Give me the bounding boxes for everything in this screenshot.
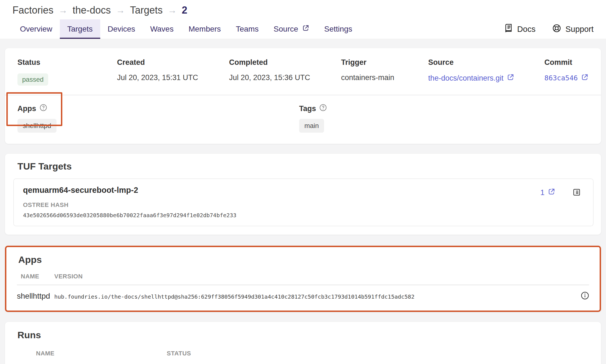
app-name: shellhttpd: [17, 292, 54, 301]
apps-col-name: NAME: [17, 273, 54, 280]
commit-link[interactable]: 863ca546: [545, 73, 589, 83]
app-chip-shellhttpd[interactable]: shellhttpd: [17, 119, 57, 133]
help-icon[interactable]: [319, 104, 327, 113]
tab-members[interactable]: Members: [181, 19, 228, 39]
ostree-hash-value: 43e5026566d06593de03205880be6b70022faaa6…: [23, 212, 237, 219]
tags-label: Tags: [299, 104, 316, 113]
breadcrumb-item-factory[interactable]: the-docs: [73, 4, 111, 16]
breadcrumb-item-targets[interactable]: Targets: [130, 4, 163, 16]
runs-card: Runs NAME STATUS + build-aarch64 passed …: [5, 322, 601, 364]
commit-label: Commit: [545, 58, 589, 67]
tab-source[interactable]: Source: [266, 19, 317, 39]
created-label: Created: [117, 58, 229, 67]
status-badge: passed: [17, 73, 48, 86]
breadcrumb: Factories → the-docs → Targets → 2: [0, 0, 606, 19]
tuf-target-name: qemuarm64-secureboot-lmp-2: [23, 186, 237, 195]
top-bar: Factories → the-docs → Targets → 2 Overv…: [0, 0, 606, 39]
source-label: Source: [428, 58, 544, 67]
apps-tags-row: Apps shellhttpd Tags main: [5, 96, 601, 144]
apps-col-version: VERSION: [54, 273, 83, 280]
external-link-icon: [302, 24, 309, 34]
info-icon: [581, 296, 589, 301]
tuf-target-version-link[interactable]: 1: [540, 188, 555, 197]
tab-devices[interactable]: Devices: [100, 19, 143, 39]
trigger-label: Trigger: [341, 58, 428, 67]
target-summary-card: Status passed Created Jul 20, 2023, 15:3…: [5, 48, 601, 144]
apps-card: Apps NAME VERSION shellhttpd hub.foundri…: [5, 246, 601, 312]
app-table-row: shellhttpd hub.foundries.io/the-docs/she…: [17, 285, 589, 304]
docs-link[interactable]: Docs: [504, 24, 535, 35]
support-link[interactable]: Support: [552, 24, 594, 35]
tag-chip-main[interactable]: main: [299, 119, 324, 133]
completed-label: Completed: [229, 58, 341, 67]
tab-settings[interactable]: Settings: [317, 19, 360, 39]
header-actions: Docs Support: [504, 19, 594, 39]
target-summary-row: Status passed Created Jul 20, 2023, 15:3…: [5, 48, 601, 94]
breadcrumb-arrow-icon: →: [58, 5, 68, 16]
tab-targets[interactable]: Targets: [60, 19, 100, 39]
tab-teams[interactable]: Teams: [228, 19, 266, 39]
breadcrumb-arrow-icon: →: [116, 5, 125, 16]
ostree-hash-label: OSTREE HASH: [23, 201, 237, 209]
runs-col-name: NAME: [36, 350, 167, 357]
status-label: Status: [17, 58, 117, 67]
external-link-icon: [507, 73, 514, 83]
breadcrumb-arrow-icon: →: [168, 5, 177, 16]
source-repo-link[interactable]: the-docs/containers.git: [428, 73, 514, 83]
runs-card-title: Runs: [17, 330, 589, 340]
target-details-button[interactable]: [572, 188, 581, 197]
apps-card-title: Apps: [18, 254, 589, 265]
breadcrumb-item-factories[interactable]: Factories: [12, 4, 53, 16]
external-link-icon: [548, 188, 555, 197]
tuf-targets-title: TUF Targets: [17, 161, 594, 172]
tab-bar: Overview Targets Devices Waves Members T…: [0, 19, 606, 39]
app-version: hub.foundries.io/the-docs/shellhttpd@sha…: [54, 292, 414, 300]
book-icon: [504, 24, 513, 35]
created-value: Jul 20, 2023, 15:31 UTC: [117, 73, 229, 82]
runs-table-header: NAME STATUS: [17, 350, 589, 357]
runs-col-status: STATUS: [167, 350, 191, 357]
help-icon[interactable]: [40, 104, 47, 113]
tuf-target-item: qemuarm64-secureboot-lmp-2 OSTREE HASH 4…: [13, 178, 594, 226]
tuf-targets-card: TUF Targets qemuarm64-secureboot-lmp-2 O…: [5, 154, 601, 235]
list-icon: [572, 193, 581, 197]
completed-value: Jul 20, 2023, 15:36 UTC: [229, 73, 341, 82]
tab-waves[interactable]: Waves: [143, 19, 181, 39]
page-content: Status passed Created Jul 20, 2023, 15:3…: [0, 48, 606, 364]
external-link-icon: [581, 73, 589, 83]
lifebuoy-icon: [552, 24, 561, 35]
trigger-value: containers-main: [341, 73, 428, 82]
apps-table-header: NAME VERSION: [17, 273, 589, 280]
app-info-button[interactable]: [581, 291, 589, 301]
tabs-nav: Overview Targets Devices Waves Members T…: [12, 19, 360, 39]
breadcrumb-current-target: 2: [182, 4, 187, 16]
tab-overview[interactable]: Overview: [12, 19, 60, 39]
apps-label: Apps: [17, 104, 36, 113]
